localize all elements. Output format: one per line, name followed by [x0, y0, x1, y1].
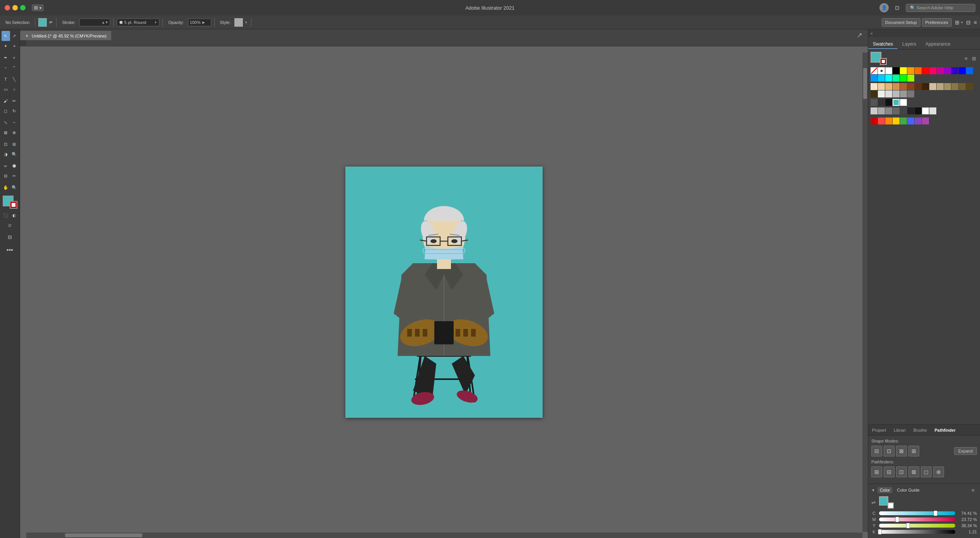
swatch-violet[interactable]: [951, 67, 958, 74]
gradient-mode-icon[interactable]: ◐: [10, 210, 19, 220]
more-tools-icon[interactable]: •••: [2, 245, 19, 255]
none-swatch[interactable]: [871, 67, 878, 74]
swatch-gray14[interactable]: [907, 107, 914, 114]
y-slider-thumb[interactable]: [906, 523, 910, 528]
canvas-scroll[interactable]: [20, 46, 868, 538]
document-setup-button[interactable]: Document Setup: [882, 18, 920, 27]
swatch-mint[interactable]: [893, 75, 900, 82]
minus-front-btn[interactable]: ⊡: [884, 446, 895, 456]
minus-back-btn[interactable]: ⊗: [933, 466, 944, 477]
intersect-btn[interactable]: ⊠: [896, 446, 907, 456]
pencil-tool[interactable]: ✏: [10, 96, 19, 106]
k-slider-thumb[interactable]: [878, 529, 882, 535]
divide-btn[interactable]: ⊞: [871, 466, 882, 477]
swatch-grid-view-icon[interactable]: ⊞: [970, 54, 978, 62]
black-swatch[interactable]: [893, 67, 900, 74]
no-fill-icon[interactable]: ∅: [2, 220, 19, 230]
swatch-orange[interactable]: [915, 67, 922, 74]
preferences-button[interactable]: Preferences: [922, 18, 952, 27]
arrange-icon[interactable]: ⊞: [955, 19, 960, 26]
swatch-olive1[interactable]: [959, 83, 966, 90]
zoom-tool[interactable]: 🔍: [10, 182, 19, 192]
canvas-vertical-scrollbar[interactable]: [862, 53, 868, 532]
swatch-blue[interactable]: [959, 67, 966, 74]
workspace-switcher[interactable]: ⊞ ▾: [32, 4, 44, 11]
outline-btn[interactable]: ◻: [921, 466, 932, 477]
color-guide-tab[interactable]: Color Guide: [895, 487, 922, 493]
stroke-mini-swatch[interactable]: [888, 502, 894, 509]
pathfinder-tab[interactable]: Pathfinder: [931, 427, 960, 433]
swatch-m5[interactable]: [900, 117, 907, 124]
view-mode-icon[interactable]: ⊟: [2, 232, 19, 242]
swatch-magenta[interactable]: [929, 67, 936, 74]
swatch-m4[interactable]: [893, 117, 900, 124]
fill-mini-swatch[interactable]: [879, 496, 888, 506]
brush-selector[interactable]: 5 pt. Round ▾: [117, 19, 159, 26]
swatch-khaki1[interactable]: [929, 83, 936, 90]
selection-tool[interactable]: ↖: [2, 31, 10, 41]
mesh-tool[interactable]: ⊞: [10, 139, 19, 149]
swatch-gray15[interactable]: [915, 107, 922, 114]
color-panel-options-icon[interactable]: ≡: [969, 486, 977, 494]
arrange-windows-icon[interactable]: ⊡: [895, 5, 900, 11]
swatch-m8[interactable]: [922, 117, 929, 124]
merge-btn[interactable]: ⊡: [896, 466, 907, 477]
swatch-m6[interactable]: [907, 117, 914, 124]
minimize-button[interactable]: [12, 5, 18, 10]
registration-swatch[interactable]: ⊕: [878, 67, 885, 74]
color-mode-icon[interactable]: ⬛: [2, 210, 10, 220]
search-adobe-help[interactable]: 🔍 Search Adobe Help: [906, 4, 975, 12]
swatch-tan[interactable]: [878, 83, 885, 90]
panel-collapse-button[interactable]: «: [868, 29, 980, 37]
convert-anchor-tool[interactable]: ⌃: [10, 63, 19, 73]
k-slider[interactable]: [879, 530, 955, 534]
trim-btn[interactable]: ⊟: [884, 466, 895, 477]
swatch-gray13[interactable]: [900, 107, 907, 114]
color-panel-collapse-icon[interactable]: ▼: [871, 488, 875, 492]
swatch-gray9[interactable]: [871, 107, 878, 114]
swatch-gray1[interactable]: [878, 90, 885, 97]
swatch-amber[interactable]: [907, 67, 914, 74]
arrange-dropdown-icon[interactable]: ▾: [961, 20, 963, 24]
stroke-weight-field[interactable]: ▲▼: [79, 19, 110, 26]
c-slider[interactable]: [879, 511, 955, 515]
perspective-tool[interactable]: ⊡: [2, 139, 10, 149]
swatch-gray8[interactable]: [885, 99, 892, 106]
gradient-tool[interactable]: ◑: [2, 149, 10, 159]
swatch-teal-selected[interactable]: [893, 99, 900, 106]
swatch-indigo[interactable]: [944, 67, 951, 74]
swatch-brown4[interactable]: [922, 83, 929, 90]
m-slider-thumb[interactable]: [895, 517, 899, 522]
exclude-btn[interactable]: ⊞: [908, 446, 919, 456]
color-tab[interactable]: Color: [878, 487, 892, 493]
swatch-gray16[interactable]: [922, 107, 929, 114]
swatch-m3[interactable]: [885, 117, 892, 124]
close-button[interactable]: [5, 5, 10, 10]
direct-selection-tool[interactable]: ↗: [10, 31, 19, 41]
swatch-green[interactable]: [900, 75, 907, 82]
eyedropper-tool[interactable]: 🔍: [10, 149, 19, 159]
scale-tool[interactable]: ⤡: [2, 117, 10, 128]
swatch-khaki2[interactable]: [937, 83, 944, 90]
brushes-tab[interactable]: Brushe: [910, 427, 931, 433]
canvas-horizontal-scrollbar[interactable]: [26, 533, 862, 538]
swatch-m2[interactable]: [878, 117, 885, 124]
swatch-brown1[interactable]: [900, 83, 907, 90]
rotate-tool[interactable]: ↻: [10, 106, 19, 116]
expand-button[interactable]: Expand: [954, 447, 977, 455]
shape-builder-tool[interactable]: ⊕: [10, 128, 19, 138]
swatch-gray7[interactable]: [878, 99, 885, 106]
swatch-red[interactable]: [922, 67, 929, 74]
v-scrollbar-thumb[interactable]: [863, 68, 867, 99]
free-transform-tool[interactable]: ⊠: [2, 128, 10, 138]
slice-tool[interactable]: ✂: [10, 171, 19, 181]
swatch-gray5[interactable]: [907, 90, 914, 97]
swatch-khaki3[interactable]: [944, 83, 951, 90]
fill-stroke-switch[interactable]: ⇌: [48, 20, 53, 24]
type-tool[interactable]: T: [2, 74, 10, 84]
swatch-gray4[interactable]: [900, 90, 907, 97]
h-scrollbar-thumb[interactable]: [65, 533, 142, 537]
swatch-gray3[interactable]: [893, 90, 900, 97]
crop-btn[interactable]: ⊠: [908, 466, 919, 477]
swatch-purple1[interactable]: [937, 67, 944, 74]
